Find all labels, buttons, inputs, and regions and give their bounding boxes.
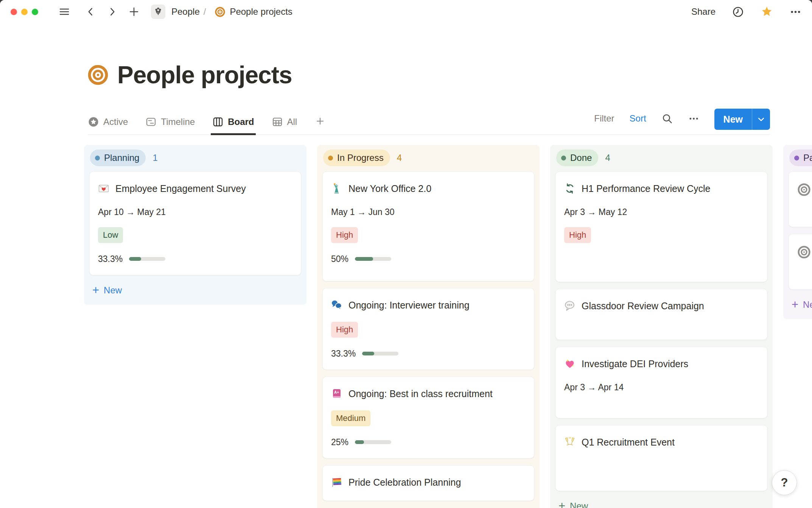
grade-book-icon: A+ xyxy=(331,388,342,399)
column-count: 4 xyxy=(605,153,610,163)
zoom-window-button[interactable] xyxy=(32,9,38,15)
new-page-plus-icon[interactable] xyxy=(128,6,140,17)
pride-flag-icon xyxy=(331,477,342,488)
add-card-button[interactable]: + New xyxy=(555,498,767,508)
view-options-icon[interactable] xyxy=(688,113,699,124)
add-card-button[interactable]: + New xyxy=(89,282,301,299)
column-count: 4 xyxy=(397,153,402,163)
status-dot xyxy=(95,156,100,161)
sparkling-heart-icon xyxy=(564,358,576,369)
progress-bar xyxy=(355,440,391,444)
progress: 50% xyxy=(331,254,526,263)
card-title: H1 Performance Review Cycle xyxy=(582,182,710,195)
tab-label: All xyxy=(287,117,297,127)
card-pride-celebration-planning[interactable]: Pride Celebration Planning xyxy=(322,465,534,501)
column-count: 1 xyxy=(152,153,157,163)
column-title: Paused xyxy=(803,153,812,163)
breadcrumb-page[interactable]: People projects xyxy=(230,6,292,17)
add-view-button[interactable] xyxy=(314,115,326,134)
search-icon[interactable] xyxy=(661,113,673,125)
clock-history-icon[interactable] xyxy=(732,6,744,18)
status-dot xyxy=(794,156,799,161)
add-card-label: New xyxy=(104,285,122,296)
close-window-button[interactable] xyxy=(11,9,17,15)
progress-bar xyxy=(362,352,398,355)
statue-of-liberty-icon xyxy=(331,183,342,194)
speech-balloon-icon xyxy=(564,300,576,312)
priority-tag: Low xyxy=(98,227,123,243)
priority-tag: High xyxy=(331,322,358,338)
plus-icon: + xyxy=(558,500,565,508)
view-tabs: Active Timeline Board All xyxy=(88,115,326,134)
card-employee-engagement-survey[interactable]: Employee Engagement Survey Apr 10 → May … xyxy=(89,171,301,275)
status-pill-done[interactable]: Done xyxy=(556,150,598,166)
favorite-star-icon[interactable] xyxy=(761,6,773,18)
card-paused-untitled-1[interactable] xyxy=(789,171,812,227)
column-title: In Progress xyxy=(337,153,384,163)
page-title[interactable]: People projects xyxy=(117,61,292,89)
love-letter-icon xyxy=(98,183,109,194)
breadcrumb-root[interactable]: People xyxy=(171,6,200,17)
filter-button[interactable]: Filter xyxy=(594,113,614,124)
help-button[interactable]: ? xyxy=(772,470,797,495)
card-title: Ongoing: Interviewer training xyxy=(348,298,470,312)
card-new-york-office[interactable]: New York Office 2.0 May 1 → Jun 30 High … xyxy=(322,171,534,281)
card-q1-recruitment-event[interactable]: Q1 Recruitment Event xyxy=(555,425,767,491)
window-topbar: People / People projects Share xyxy=(0,0,812,23)
status-pill-paused[interactable]: Paused xyxy=(789,150,812,166)
card-date-range: May 1 → Jun 30 xyxy=(331,207,526,217)
tab-timeline[interactable]: Timeline xyxy=(145,116,195,134)
tab-board[interactable]: Board xyxy=(212,116,254,134)
share-button[interactable]: Share xyxy=(691,6,716,17)
minimize-window-button[interactable] xyxy=(21,9,28,15)
kanban-board: Planning 1 Employee Engagement Survey Ap… xyxy=(84,145,812,508)
add-card-button[interactable]: + New xyxy=(789,296,812,313)
back-chevron-icon[interactable] xyxy=(86,6,96,17)
card-best-in-class-recruitment[interactable]: A+ Ongoing: Best in class recruitment Me… xyxy=(322,377,534,458)
view-tabbar: Active Timeline Board All xyxy=(88,101,770,135)
new-button-group: New xyxy=(714,109,770,130)
flower-icon xyxy=(153,6,163,17)
card-date-range: Apr 3 → Apr 14 xyxy=(564,382,759,393)
teamspace-chip[interactable] xyxy=(151,5,165,19)
card-title: Investigate DEI Providers xyxy=(582,357,688,371)
more-options-icon[interactable] xyxy=(790,6,801,18)
table-icon xyxy=(272,116,283,128)
card-glassdoor-review-campaign[interactable]: Glassdoor Review Campaign xyxy=(555,289,767,340)
column-header: Done 4 xyxy=(555,150,767,166)
add-card-label: New xyxy=(570,501,588,508)
plus-icon xyxy=(314,115,326,127)
speech-bubbles-icon xyxy=(331,299,342,311)
tab-all[interactable]: All xyxy=(272,116,297,134)
tab-label: Timeline xyxy=(161,117,195,127)
status-dot xyxy=(561,156,566,161)
column-title: Done xyxy=(570,153,592,163)
board-icon xyxy=(212,116,224,128)
board-column-done: Done 4 H1 Performance Review Cycle Apr 3… xyxy=(550,145,773,508)
progress-label: 25% xyxy=(331,437,348,447)
progress-bar xyxy=(129,257,165,261)
card-paused-untitled-2[interactable] xyxy=(789,234,812,290)
status-pill-in-progress[interactable]: In Progress xyxy=(323,150,390,166)
card-title: Q1 Recruitment Event xyxy=(582,435,675,449)
new-dropdown-chevron-icon[interactable] xyxy=(752,109,770,130)
timeline-icon xyxy=(145,116,157,128)
card-interviewer-training[interactable]: Ongoing: Interviewer training High 33.3% xyxy=(322,288,534,370)
sidebar-menu-icon[interactable] xyxy=(59,6,70,17)
card-h1-performance-review-cycle[interactable]: H1 Performance Review Cycle Apr 3 → May … xyxy=(555,171,767,282)
card-title: Ongoing: Best in class recruitment xyxy=(348,387,493,400)
status-pill-planning[interactable]: Planning xyxy=(90,150,146,166)
svg-text:A+: A+ xyxy=(334,390,339,394)
card-investigate-dei-providers[interactable]: Investigate DEI Providers Apr 3 → Apr 14 xyxy=(555,347,767,418)
page-target-icon[interactable] xyxy=(88,65,108,85)
progress-label: 33.3% xyxy=(98,254,123,264)
progress-label: 50% xyxy=(331,254,348,264)
tab-active[interactable]: Active xyxy=(88,116,128,134)
forward-chevron-icon[interactable] xyxy=(107,6,117,17)
board-column-paused: Paused + xyxy=(783,145,812,319)
sort-button[interactable]: Sort xyxy=(630,113,646,124)
add-card-label: New xyxy=(803,299,812,310)
new-button[interactable]: New xyxy=(714,109,752,130)
card-title: New York Office 2.0 xyxy=(348,182,431,195)
card-date-range: Apr 10 → May 21 xyxy=(98,207,292,217)
